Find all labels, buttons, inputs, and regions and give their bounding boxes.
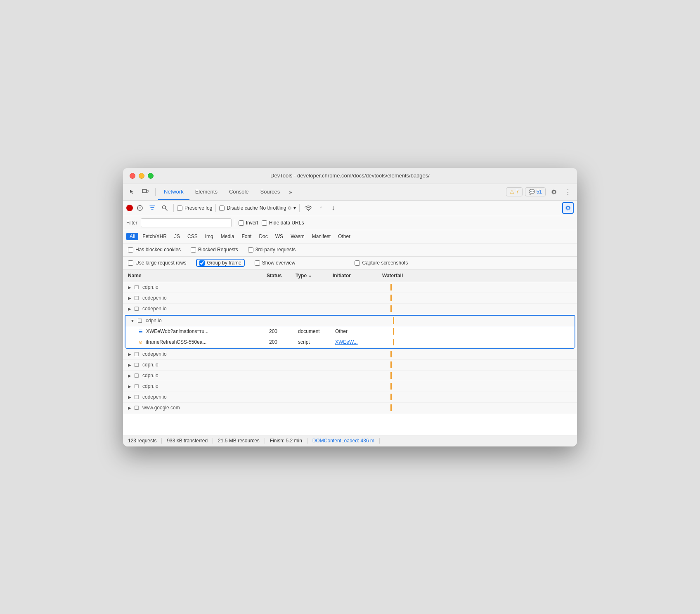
table-header: Name Status Type ▲ Initiator Waterfall	[123, 270, 577, 282]
col-header-type[interactable]: Type ▲	[292, 273, 329, 279]
tab-elements[interactable]: Elements	[189, 184, 223, 200]
large-rows-input[interactable]	[128, 260, 133, 266]
table-row[interactable]: ☰ XWEeWdb?animations=ru... 200 document …	[125, 326, 575, 337]
filter-js[interactable]: JS	[171, 233, 183, 240]
table-row[interactable]: ▶ ☐ www.google.com	[123, 403, 577, 413]
upload-icon[interactable]: ↑	[315, 203, 326, 213]
expand-icon[interactable]: ▼	[130, 319, 135, 323]
group-by-frame-checkbox[interactable]: Group by frame	[199, 260, 241, 266]
waterfall-bar	[390, 383, 392, 390]
info-badge[interactable]: 💬 51	[525, 187, 546, 196]
type-filter-bar: All Fetch/XHR JS CSS Img Media Font Doc …	[123, 230, 577, 243]
has-blocked-cookies-checkbox[interactable]: Has blocked cookies	[128, 247, 181, 253]
filter-other[interactable]: Other	[335, 233, 354, 240]
expand-icon[interactable]: ▶	[128, 363, 131, 367]
settings-icon-btn[interactable]: ⚙	[548, 186, 560, 198]
table-row[interactable]: ▶ ☐ cdpn.io	[123, 381, 577, 392]
expand-icon[interactable]: ▶	[128, 285, 131, 290]
invert-checkbox[interactable]: Invert	[239, 220, 258, 226]
record-button[interactable]	[126, 205, 133, 211]
invert-input[interactable]	[239, 220, 244, 226]
table-row[interactable]: ▶ ☐ codepen.io	[123, 293, 577, 304]
folder-icon: ☐	[134, 295, 139, 301]
throttle-dropdown[interactable]: No throttling ⚙ ▾	[260, 205, 296, 211]
filter-css[interactable]: CSS	[184, 233, 201, 240]
script-file-icon: ⊙	[139, 340, 142, 345]
table-row[interactable]: ▶ ☐ codepen.io	[123, 392, 577, 403]
device-mode-icon[interactable]	[140, 186, 151, 198]
disable-cache-checkbox[interactable]: Disable cache	[219, 205, 258, 211]
expand-icon[interactable]: ▶	[128, 352, 131, 357]
stop-recording-icon[interactable]	[135, 203, 145, 213]
filter-img[interactable]: Img	[202, 233, 217, 240]
waterfall-bar	[390, 295, 392, 301]
hide-data-urls-input[interactable]	[262, 220, 267, 226]
expand-icon[interactable]: ▶	[128, 395, 131, 399]
filter-wasm[interactable]: Wasm	[287, 233, 308, 240]
more-tabs-button[interactable]: »	[286, 184, 295, 200]
expand-icon[interactable]: ▶	[128, 384, 131, 389]
third-party-input[interactable]	[248, 247, 253, 253]
group-by-frame-input[interactable]	[199, 260, 205, 266]
devtools-window: DevTools - developer.chrome.com/docs/dev…	[123, 168, 577, 446]
row-initiator-link[interactable]: XWEeW...	[332, 339, 381, 345]
tab-sources[interactable]: Sources	[255, 184, 286, 200]
filter-doc[interactable]: Doc	[255, 233, 271, 240]
blocked-requests-input[interactable]	[191, 247, 196, 253]
search-icon[interactable]	[159, 203, 170, 213]
col-header-waterfall[interactable]: Waterfall	[379, 273, 577, 279]
download-icon[interactable]: ↓	[328, 203, 338, 213]
filter-all[interactable]: All	[126, 233, 138, 240]
filter-input[interactable]	[141, 218, 232, 227]
table-row[interactable]: ▶ ☐ cdpn.io	[123, 360, 577, 371]
table-row[interactable]: ▼ ☐ cdpn.io	[125, 316, 575, 326]
expand-icon[interactable]: ▶	[128, 307, 131, 311]
filter-icon[interactable]	[147, 203, 158, 213]
col-header-name[interactable]: Name	[123, 273, 263, 279]
maximize-button[interactable]	[148, 173, 154, 179]
filter-media[interactable]: Media	[218, 233, 238, 240]
table-row[interactable]: ▶ ☐ cdpn.io	[123, 371, 577, 381]
table-row[interactable]: ▶ ☐ codepen.io	[123, 349, 577, 360]
capture-screenshots-input[interactable]	[355, 260, 360, 266]
close-button[interactable]	[130, 173, 135, 179]
chat-icon: 💬	[529, 189, 535, 195]
warning-badge[interactable]: ⚠ 7	[506, 187, 523, 196]
waterfall-bar	[393, 339, 394, 345]
third-party-checkbox[interactable]: 3rd-party requests	[248, 247, 296, 253]
throttle-arrow-icon: ▾	[293, 205, 296, 211]
expand-icon[interactable]: ▶	[128, 296, 131, 300]
network-settings-button[interactable]: ⚙	[562, 202, 574, 214]
devtools-tabs: Network Elements Console Sources » ⚠ 7 💬…	[123, 184, 577, 201]
filter-manifest[interactable]: Manifest	[309, 233, 334, 240]
capture-screenshots-checkbox[interactable]: Capture screenshots	[355, 260, 408, 266]
minimize-button[interactable]	[139, 173, 144, 179]
col-header-initiator[interactable]: Initiator	[329, 273, 379, 279]
preserve-log-input[interactable]	[177, 205, 182, 211]
blocked-requests-checkbox[interactable]: Blocked Requests	[191, 247, 238, 253]
tab-network[interactable]: Network	[158, 184, 189, 200]
preserve-log-checkbox[interactable]: Preserve log	[177, 205, 212, 211]
has-blocked-cookies-input[interactable]	[128, 247, 133, 253]
more-options-icon[interactable]: ⋮	[562, 186, 574, 198]
filter-font[interactable]: Font	[238, 233, 255, 240]
hide-data-urls-checkbox[interactable]: Hide data URLs	[262, 220, 304, 226]
tab-console[interactable]: Console	[223, 184, 255, 200]
table-row[interactable]: ⊙ iframeRefreshCSS-550ea... 200 script X…	[125, 337, 575, 348]
sort-arrow-icon: ▲	[308, 274, 312, 278]
show-overview-checkbox[interactable]: Show overview	[255, 260, 296, 266]
disable-cache-input[interactable]	[219, 205, 225, 211]
row-name: cdpn.io	[142, 373, 158, 378]
col-header-status[interactable]: Status	[263, 273, 292, 279]
table-row[interactable]: ▶ ☐ cdpn.io	[123, 282, 577, 293]
dom-content-loaded-link[interactable]: DOMContentLoaded: 436 m	[312, 438, 374, 444]
expand-icon[interactable]: ▶	[128, 373, 131, 378]
expand-icon[interactable]: ▶	[128, 406, 131, 410]
wifi-icon[interactable]	[303, 203, 314, 213]
filter-fetch[interactable]: Fetch/XHR	[139, 233, 170, 240]
large-rows-checkbox[interactable]: Use large request rows	[128, 260, 186, 266]
show-overview-input[interactable]	[255, 260, 260, 266]
filter-ws[interactable]: WS	[272, 233, 286, 240]
cursor-icon[interactable]	[126, 186, 138, 198]
table-row[interactable]: ▶ ☐ codepen.io	[123, 304, 577, 314]
